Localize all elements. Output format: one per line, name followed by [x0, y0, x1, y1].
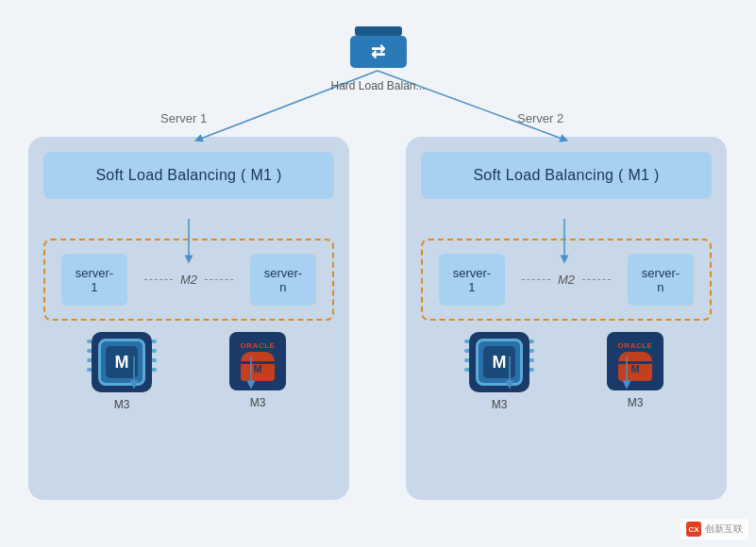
server1-soft-lb-box: Soft Load Balancing ( M1 ) [43, 152, 334, 199]
server1-chip-icon: M [92, 332, 152, 392]
hard-lb-label: Hard Load Balan... [330, 79, 425, 92]
server1-label: Server 1 [160, 111, 207, 125]
server2-oracle-icon: ORACLE M [607, 332, 664, 390]
server1-m3-label: M3 [114, 398, 130, 411]
server1-dashed-container: server-1 M2 server-n [43, 239, 334, 321]
server1-oracle-m3-label: M3 [250, 396, 266, 409]
watermark: CX 创新互联 [680, 519, 748, 539]
hard-load-balancer: ⇄ Hard Load Balan... [330, 26, 425, 92]
server2-panel: Soft Load Balancing ( M1 ) server-1 M2 s… [406, 137, 727, 500]
server2-chip-group: M M3 [469, 332, 529, 411]
router-icon: ⇄ [344, 26, 411, 75]
svg-text:⇄: ⇄ [371, 42, 385, 61]
server2-box1: server-1 [439, 254, 505, 306]
server2-m2-label: M2 [558, 273, 575, 287]
server1-panel: Soft Load Balancing ( M1 ) server-1 M2 s… [28, 137, 349, 500]
server1-oracle-icon: ORACLE M [229, 332, 286, 390]
server2-m3-label: M3 [492, 398, 508, 411]
server1-box1: server-1 [61, 254, 127, 306]
server2-boxn: server-n [628, 254, 694, 306]
server2-dashed-container: server-1 M2 server-n [421, 239, 712, 321]
server2-oracle-group: ORACLE M M3 [607, 332, 664, 409]
watermark-text: 创新互联 [705, 522, 743, 536]
svg-rect-8 [354, 26, 401, 36]
server2-label: Server 2 [517, 111, 563, 125]
watermark-icon: CX [686, 522, 701, 537]
server2-chip-icon: M [469, 332, 529, 392]
server2-oracle-m3-label: M3 [628, 396, 644, 409]
diagram-container: ⇄ Hard Load Balan... Server 1 Server 2 S… [0, 0, 756, 547]
server1-bottom-icons: M M3 ORACLE [43, 332, 334, 411]
server1-boxn: server-n [250, 254, 316, 306]
server1-oracle-group: ORACLE M M3 [229, 332, 286, 409]
server2-bottom-icons: M M3 ORACLE [421, 332, 712, 411]
server1-chip-group: M M3 [92, 332, 152, 411]
server2-soft-lb-box: Soft Load Balancing ( M1 ) [421, 152, 712, 199]
server1-m2-label: M2 [180, 273, 197, 287]
